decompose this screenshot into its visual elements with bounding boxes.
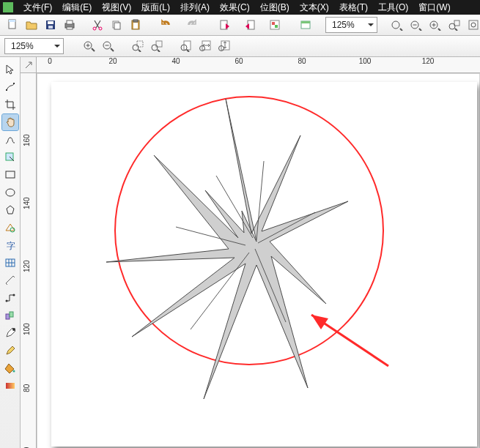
zoom-all-button[interactable] bbox=[465, 17, 480, 33]
smart-fill-tool[interactable] bbox=[2, 149, 18, 165]
zoom-to-all-objects-button[interactable] bbox=[149, 38, 165, 54]
cut-button[interactable] bbox=[89, 17, 106, 33]
svg-rect-21 bbox=[301, 21, 310, 23]
svg-rect-19 bbox=[275, 25, 278, 28]
menu-edit[interactable]: 编辑(E) bbox=[58, 0, 96, 15]
svg-rect-34 bbox=[469, 20, 478, 29]
zoom-to-page-height-button[interactable] bbox=[216, 38, 232, 54]
menu-layout[interactable]: 版面(L) bbox=[137, 0, 174, 15]
fill-tool[interactable] bbox=[2, 360, 18, 376]
chevron-down-icon bbox=[368, 23, 374, 26]
app-logo bbox=[3, 2, 13, 12]
svg-line-48 bbox=[158, 50, 160, 52]
svg-rect-31 bbox=[454, 20, 459, 26]
zoom-to-selection-button[interactable] bbox=[130, 38, 146, 54]
svg-point-44 bbox=[133, 45, 139, 51]
menu-bitmap[interactable]: 位图(B) bbox=[256, 0, 294, 15]
print-button[interactable] bbox=[62, 17, 78, 33]
zoom-to-page-button[interactable] bbox=[178, 38, 194, 54]
svg-rect-57 bbox=[13, 83, 15, 84]
menu-view[interactable]: 视图(V) bbox=[97, 0, 136, 15]
zoom-in-button[interactable] bbox=[81, 38, 97, 54]
svg-point-47 bbox=[152, 45, 158, 51]
ruler-origin[interactable] bbox=[21, 57, 37, 73]
polygon-tool[interactable] bbox=[2, 202, 18, 218]
interactive-fill-tool[interactable] bbox=[2, 378, 18, 394]
vertical-ruler[interactable]: 160 140 120 100 80 60 bbox=[21, 73, 37, 448]
menu-window[interactable]: 窗口(W) bbox=[414, 0, 454, 15]
zoom-100-button[interactable] bbox=[427, 17, 443, 33]
zoom-value-text-2: 125% bbox=[11, 41, 34, 51]
chevron-down-icon bbox=[54, 45, 60, 48]
svg-line-30 bbox=[438, 29, 440, 31]
zoom-level-combo-2[interactable]: 125% bbox=[4, 38, 64, 54]
h-tick-60: 60 bbox=[235, 57, 243, 65]
undo-button[interactable] bbox=[155, 17, 177, 33]
shape-tool[interactable] bbox=[2, 79, 18, 95]
svg-point-72 bbox=[12, 370, 15, 373]
menu-arrange[interactable]: 排列(A) bbox=[176, 0, 214, 15]
zoom-selection-button[interactable] bbox=[446, 17, 462, 33]
svg-rect-73 bbox=[6, 383, 15, 389]
svg-line-39 bbox=[92, 48, 95, 51]
export-button[interactable] bbox=[239, 17, 261, 33]
canvas[interactable] bbox=[37, 73, 480, 448]
table-tool[interactable] bbox=[2, 255, 18, 271]
zoom-out-button[interactable] bbox=[408, 17, 424, 33]
dimension-tool[interactable] bbox=[2, 272, 18, 288]
svg-point-32 bbox=[449, 23, 455, 29]
shatter-shape[interactable] bbox=[106, 99, 348, 399]
v-tick-120: 120 bbox=[23, 260, 31, 272]
new-button[interactable] bbox=[4, 17, 21, 33]
text-tool[interactable]: 字 bbox=[2, 237, 18, 253]
eyedropper-tool[interactable] bbox=[2, 325, 18, 341]
menu-table[interactable]: 表格(T) bbox=[335, 0, 372, 15]
zoom-value-text: 125% bbox=[332, 20, 355, 30]
svg-rect-7 bbox=[67, 27, 73, 29]
menu-tools[interactable]: 工具(O) bbox=[374, 0, 413, 15]
blend-tool[interactable] bbox=[2, 307, 18, 324]
import-button[interactable] bbox=[214, 17, 236, 33]
connector-tool[interactable] bbox=[2, 290, 18, 306]
welcome-screen-button[interactable] bbox=[298, 17, 314, 33]
ellipse-tool[interactable] bbox=[2, 184, 18, 201]
pan-tool[interactable] bbox=[2, 114, 18, 130]
workarea: 字 0 20 40 60 80 100 120 140 160 140 120 bbox=[0, 57, 480, 448]
paste-button[interactable] bbox=[128, 17, 144, 33]
svg-point-68 bbox=[12, 294, 15, 296]
zoom-to-page-width-button[interactable] bbox=[197, 38, 213, 54]
svg-rect-1 bbox=[9, 20, 15, 22]
svg-rect-70 bbox=[10, 312, 13, 317]
svg-rect-14 bbox=[133, 23, 138, 29]
menu-text[interactable]: 文本(X) bbox=[295, 0, 333, 15]
app-launcher-button[interactable] bbox=[264, 17, 286, 33]
rectangle-tool[interactable] bbox=[2, 167, 18, 183]
h-tick-40: 40 bbox=[171, 57, 180, 65]
copy-button[interactable] bbox=[108, 17, 125, 33]
drawing bbox=[37, 73, 480, 448]
menubar: 文件(F) 编辑(E) 视图(V) 版面(L) 排列(A) 效果(C) 位图(B… bbox=[0, 0, 480, 15]
outline-pen-tool[interactable] bbox=[2, 343, 18, 359]
annotation-arrow bbox=[311, 315, 388, 366]
h-tick-120: 120 bbox=[422, 57, 435, 65]
snap-to-button[interactable] bbox=[389, 17, 405, 33]
freehand-tool[interactable] bbox=[2, 132, 18, 148]
svg-line-33 bbox=[455, 29, 457, 31]
redo-button[interactable] bbox=[180, 17, 202, 33]
h-tick-100: 100 bbox=[359, 57, 372, 65]
zoom-out-button-2[interactable] bbox=[100, 38, 117, 54]
menu-effects[interactable]: 效果(C) bbox=[215, 0, 254, 15]
open-button[interactable] bbox=[23, 17, 40, 33]
h-tick-80: 80 bbox=[298, 57, 306, 65]
h-tick-0: 0 bbox=[48, 57, 52, 65]
basic-shapes-tool[interactable] bbox=[2, 220, 18, 236]
zoom-level-combo[interactable]: 125% bbox=[325, 17, 377, 33]
save-button[interactable] bbox=[43, 17, 59, 33]
horizontal-ruler[interactable]: 0 20 40 60 80 100 120 140 bbox=[37, 57, 480, 73]
pick-tool[interactable] bbox=[2, 61, 18, 78]
svg-point-67 bbox=[5, 300, 7, 302]
svg-line-42 bbox=[111, 48, 114, 51]
svg-point-9 bbox=[99, 27, 102, 30]
crop-tool[interactable] bbox=[2, 97, 18, 113]
menu-file[interactable]: 文件(F) bbox=[19, 0, 56, 15]
